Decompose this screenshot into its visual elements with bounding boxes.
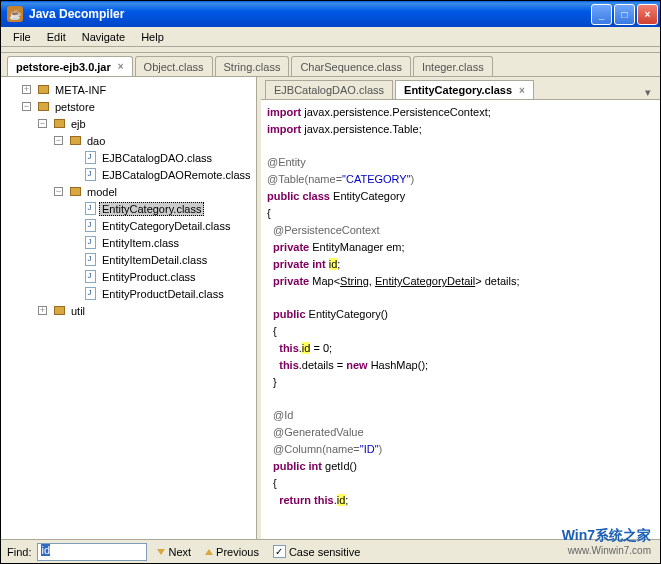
content-area: +META-INF −petstore −ejb −dao EJBCatalog… [1, 77, 660, 539]
close-icon[interactable]: × [118, 61, 124, 72]
window-title: Java Decompiler [27, 7, 591, 21]
menu-file[interactable]: File [5, 29, 39, 45]
expand-icon[interactable]: + [38, 306, 47, 315]
tab-string[interactable]: String.class [215, 56, 290, 76]
tab-integer[interactable]: Integer.class [413, 56, 493, 76]
main-window: ☕ Java Decompiler _ □ × File Edit Naviga… [0, 0, 661, 564]
tab-label: EntityCategory.class [404, 84, 512, 96]
menu-help[interactable]: Help [133, 29, 172, 45]
tree-item[interactable]: util [68, 304, 88, 318]
titlebar: ☕ Java Decompiler _ □ × [1, 1, 660, 27]
tab-menu-icon[interactable]: ▾ [640, 86, 656, 99]
statusbar: Find: id Next Previous ✓Case sensitive [1, 539, 660, 563]
tree-item-selected[interactable]: EntityCategory.class [99, 202, 204, 216]
class-icon [83, 202, 97, 216]
package-icon [36, 83, 50, 97]
tree-item[interactable]: EntityItemDetail.class [99, 253, 210, 267]
class-icon [83, 168, 97, 182]
minimize-button[interactable]: _ [591, 4, 612, 25]
tree-item[interactable]: dao [84, 134, 108, 148]
find-prev-button[interactable]: Previous [201, 544, 263, 560]
class-icon [83, 287, 97, 301]
class-icon [83, 219, 97, 233]
package-icon [68, 185, 82, 199]
package-icon [52, 117, 66, 131]
tree-item[interactable]: petstore [52, 100, 98, 114]
menubar: File Edit Navigate Help [1, 27, 660, 47]
main-tab-row: petstore-ejb3.0.jar× Object.class String… [1, 53, 660, 77]
tab-label: EJBCatalogDAO.class [274, 84, 384, 96]
code-viewer[interactable]: import javax.persistence.PersistenceCont… [261, 99, 660, 539]
arrow-down-icon [157, 549, 165, 555]
tree-item[interactable]: EntityCategoryDetail.class [99, 219, 233, 233]
find-next-button[interactable]: Next [153, 544, 195, 560]
editor-tab[interactable]: EJBCatalogDAO.class [265, 80, 393, 99]
tree-item[interactable]: EJBCatalogDAORemote.class [99, 168, 254, 182]
class-icon [83, 270, 97, 284]
arrow-up-icon [205, 549, 213, 555]
tree-item[interactable]: EntityItem.class [99, 236, 182, 250]
close-button[interactable]: × [637, 4, 658, 25]
tab-label: CharSequence.class [300, 61, 402, 73]
menu-edit[interactable]: Edit [39, 29, 74, 45]
tree-panel[interactable]: +META-INF −petstore −ejb −dao EJBCatalog… [1, 77, 257, 539]
class-icon [83, 253, 97, 267]
package-icon [36, 100, 50, 114]
tree-item[interactable]: EntityProduct.class [99, 270, 199, 284]
package-icon [52, 304, 66, 318]
tab-label: Integer.class [422, 61, 484, 73]
maximize-button[interactable]: □ [614, 4, 635, 25]
find-label: Find: [7, 546, 31, 558]
checkbox-icon: ✓ [273, 545, 286, 558]
editor-tab-active[interactable]: EntityCategory.class× [395, 80, 534, 99]
expand-icon[interactable]: + [22, 85, 31, 94]
tab-jar[interactable]: petstore-ejb3.0.jar× [7, 56, 133, 76]
class-icon [83, 236, 97, 250]
tree-item[interactable]: ejb [68, 117, 89, 131]
collapse-icon[interactable]: − [54, 187, 63, 196]
app-icon: ☕ [7, 6, 23, 22]
menu-navigate[interactable]: Navigate [74, 29, 133, 45]
code-panel: EJBCatalogDAO.class EntityCategory.class… [261, 77, 660, 539]
tab-label: petstore-ejb3.0.jar [16, 61, 111, 73]
close-icon[interactable]: × [519, 85, 525, 96]
tab-label: Object.class [144, 61, 204, 73]
editor-tab-row: EJBCatalogDAO.class EntityCategory.class… [261, 77, 660, 99]
case-sensitive-checkbox[interactable]: ✓Case sensitive [269, 543, 365, 560]
package-icon [68, 134, 82, 148]
collapse-icon[interactable]: − [54, 136, 63, 145]
tree-item[interactable]: META-INF [52, 83, 109, 97]
tree-item[interactable]: EntityProductDetail.class [99, 287, 227, 301]
tab-label: String.class [224, 61, 281, 73]
collapse-icon[interactable]: − [22, 102, 31, 111]
find-input[interactable]: id [37, 543, 147, 561]
tree-item[interactable]: model [84, 185, 120, 199]
source-code: import javax.persistence.PersistenceCont… [261, 100, 660, 513]
class-icon [83, 151, 97, 165]
tree-item[interactable]: EJBCatalogDAO.class [99, 151, 215, 165]
collapse-icon[interactable]: − [38, 119, 47, 128]
tab-object[interactable]: Object.class [135, 56, 213, 76]
tab-charseq[interactable]: CharSequence.class [291, 56, 411, 76]
